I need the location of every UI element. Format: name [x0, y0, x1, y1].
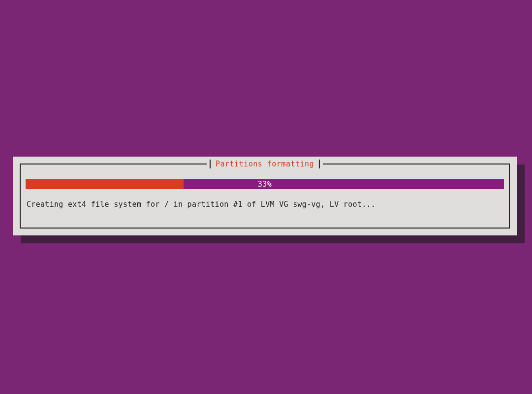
- progress-bar: 33%: [26, 179, 504, 189]
- progress-percent-label: 33%: [26, 179, 504, 189]
- progress-dialog: Partitions formatting 33% Creating ext4 …: [13, 157, 517, 235]
- dialog-frame: Partitions formatting 33% Creating ext4 …: [20, 164, 510, 229]
- dialog-title: Partitions formatting: [214, 160, 316, 168]
- frame-bracket-right: [319, 160, 320, 168]
- status-message: Creating ext4 file system for / in parti…: [26, 200, 504, 209]
- frame-bracket-left: [210, 160, 211, 168]
- dialog-title-wrap: Partitions formatting: [207, 160, 323, 168]
